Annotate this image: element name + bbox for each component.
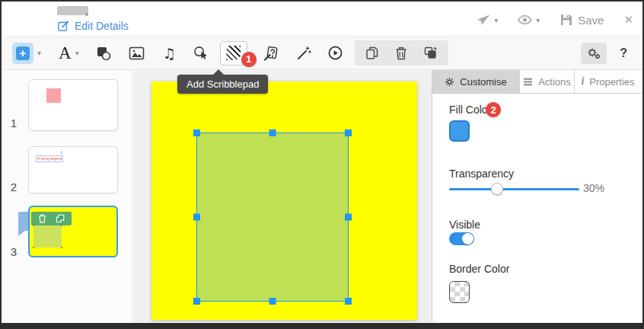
window-bottom-edge <box>2 323 642 327</box>
text-caret-icon[interactable]: ▾ <box>75 49 79 57</box>
resize-handle-s[interactable] <box>269 298 276 305</box>
tab-customise[interactable]: Customise <box>432 70 520 93</box>
title-mark <box>86 13 88 16</box>
resize-handle-e[interactable] <box>345 214 352 221</box>
visible-toggle[interactable] <box>449 232 474 245</box>
edit-details-link[interactable]: Edit Details <box>57 20 129 32</box>
resize-handle-n[interactable] <box>269 129 276 136</box>
question-card-icon[interactable] <box>263 45 279 61</box>
tab-actions[interactable]: Actions <box>520 70 575 93</box>
scribblepad-button[interactable]: 1 <box>220 41 247 65</box>
header-bar: Edit Details ▾ ▾ <box>3 3 641 37</box>
properties-panel: Customise Actions i Properties Fill Colo… <box>432 70 641 322</box>
preview-eye-icon[interactable] <box>518 14 532 25</box>
publish-icon[interactable] <box>476 13 490 27</box>
edit-pencil-icon <box>57 20 69 32</box>
delete-icon[interactable] <box>395 46 407 60</box>
slide-thumbnail-3-selected[interactable] <box>28 206 118 257</box>
transparency-value: 30% <box>583 182 604 194</box>
tab-actions-label: Actions <box>538 76 571 88</box>
add-icon: + <box>16 46 30 60</box>
resize-handle-ne[interactable] <box>345 129 352 136</box>
resize-handle-sw[interactable] <box>193 298 200 305</box>
visible-label: Visible <box>449 219 480 231</box>
resize-handle-w[interactable] <box>193 214 200 221</box>
selected-scribblepad-shape[interactable] <box>196 133 349 302</box>
fill-color-swatch[interactable] <box>449 120 470 142</box>
tooltip-text: Add Scribblepad <box>187 78 259 90</box>
border-color-label: Border Color <box>449 263 509 275</box>
transparency-slider-handle[interactable] <box>491 183 503 195</box>
border-color-swatch[interactable] <box>449 281 470 303</box>
thumb-handle-dot <box>33 247 34 248</box>
arrange-layers-icon[interactable] <box>423 46 438 60</box>
scribblepad-icon <box>226 46 241 60</box>
slide-thumbnail-2[interactable]: A living legend <box>28 146 118 193</box>
transparency-label: Transparency <box>449 168 514 180</box>
visible-toggle-knob <box>462 233 473 244</box>
image-icon[interactable] <box>129 46 145 60</box>
customise-gear-icon <box>445 77 454 87</box>
project-title-redacted <box>57 6 88 15</box>
thumb3-hover-toolbar <box>31 212 72 225</box>
save-label: Save <box>578 14 604 27</box>
publish-caret-icon[interactable]: ▾ <box>494 16 498 24</box>
shapes-icon[interactable] <box>96 46 111 61</box>
header-actions: ▾ ▾ Save <box>476 3 633 37</box>
magic-wand-icon[interactable] <box>296 46 311 61</box>
fill-color-label: Fill Color <box>449 104 491 116</box>
interaction-icon[interactable] <box>193 45 209 61</box>
slide-number-1: 1 <box>6 117 17 129</box>
thumb2-text-caret <box>61 151 62 155</box>
play-icon[interactable] <box>328 46 343 60</box>
toolbar: + ▾ A ▾ ♫ 1 <box>3 37 641 70</box>
slide-canvas[interactable] <box>151 81 417 320</box>
tab-customise-label: Customise <box>460 76 506 88</box>
slide-number-2: 2 <box>6 180 17 193</box>
audio-icon[interactable]: ♫ <box>163 45 176 62</box>
resize-handle-se[interactable] <box>345 298 352 305</box>
duplicate-icon[interactable] <box>365 46 379 60</box>
thumb3-green-square <box>33 225 62 248</box>
text-tool-button[interactable]: A <box>59 44 72 62</box>
app-window: Edit Details ▾ ▾ <box>0 0 644 329</box>
thumb2-text: A living legend <box>36 155 63 162</box>
thumb1-pink-square <box>46 88 61 103</box>
help-button[interactable]: ? <box>620 46 627 60</box>
scribblepad-tooltip: Add Scribblepad <box>177 75 268 94</box>
actions-list-icon <box>523 78 533 86</box>
thumb-delete-icon[interactable] <box>38 214 46 223</box>
object-actions-group <box>355 40 448 65</box>
slide-number-3: 3 <box>6 245 17 258</box>
edit-details-label: Edit Details <box>75 20 129 32</box>
settings-gears-button[interactable] <box>581 43 607 64</box>
step-badge-1: 1 <box>241 52 257 67</box>
add-item-button[interactable]: + <box>12 43 33 64</box>
close-icon[interactable]: ✕ <box>623 13 633 27</box>
panel-tabs: Customise Actions i Properties <box>432 70 641 94</box>
transparency-slider-track[interactable] <box>449 188 579 190</box>
preview-caret-icon[interactable]: ▾ <box>536 16 540 24</box>
resize-handle-nw[interactable] <box>193 129 200 136</box>
step-badge-2: 2 <box>486 102 501 117</box>
add-caret-icon[interactable]: ▾ <box>37 49 41 57</box>
canvas-area <box>134 71 432 322</box>
thumb-duplicate-icon[interactable] <box>56 214 65 223</box>
save-button[interactable]: Save <box>560 13 604 27</box>
tab-properties[interactable]: i Properties <box>575 70 641 93</box>
tab-properties-label: Properties <box>589 76 634 88</box>
info-icon: i <box>581 75 584 88</box>
thumb-handle-dot <box>61 247 62 248</box>
slide-thumbnail-1[interactable] <box>28 79 118 131</box>
save-floppy-icon <box>560 13 573 27</box>
